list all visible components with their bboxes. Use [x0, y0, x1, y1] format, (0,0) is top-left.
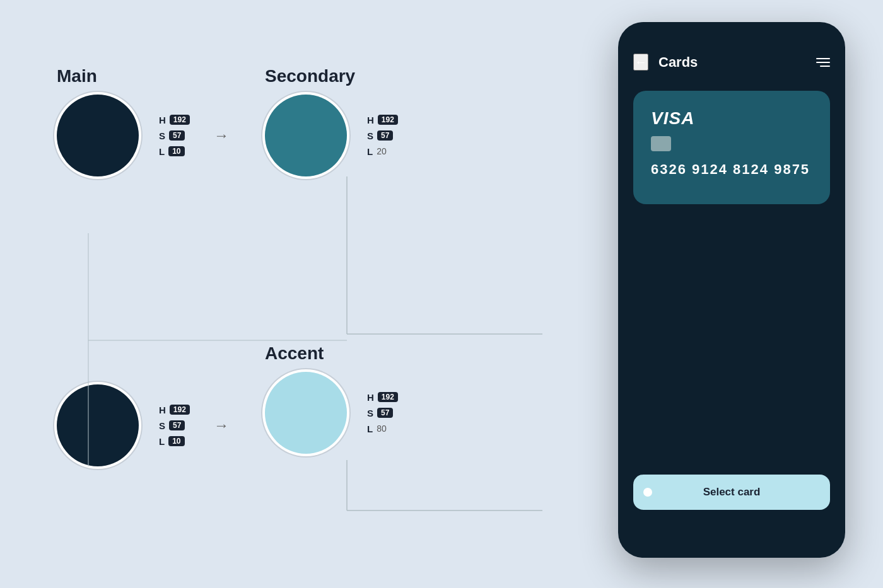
canvas: Main Secondary Accent H 192 S 57 L 10 [0, 0, 883, 588]
main-s-row: S 57 [159, 130, 190, 141]
phone-bottom [618, 520, 845, 558]
secondary-circle [265, 95, 347, 176]
main-circle [57, 95, 139, 176]
phone-content: VISA 6326 9124 8124 9875 Select card [618, 81, 845, 520]
secondary-s-label: S [367, 130, 373, 141]
phone-header: ← Cards [618, 22, 845, 81]
accent-source-l-label: L [159, 436, 165, 447]
accent-hsl-labels: H 192 S 57 L 80 [367, 392, 398, 434]
select-card-button[interactable]: Select card [633, 475, 830, 510]
accent-source-h-label: H [159, 405, 166, 415]
accent-source-s-badge: 57 [169, 420, 185, 430]
menu-line-3 [820, 66, 830, 67]
main-h-row: H 192 [159, 115, 190, 125]
main-l-row: L 10 [159, 146, 190, 157]
secondary-circle-wrap [265, 95, 347, 176]
select-card-label: Select card [703, 486, 761, 498]
main-h-badge: 192 [170, 115, 190, 125]
accent-source-h-badge: 192 [170, 405, 190, 415]
menu-line-2 [816, 62, 830, 63]
main-section: H 192 S 57 L 10 → [57, 95, 240, 176]
accent-l-row: L 80 [367, 424, 398, 434]
card-chip [651, 136, 671, 151]
accent-h-row: H 192 [367, 392, 398, 403]
accent-title: Accent [265, 343, 324, 364]
card-number: 6326 9124 8124 9875 [651, 161, 812, 178]
main-s-badge: 57 [169, 130, 185, 141]
card-brand: VISA [651, 108, 812, 129]
accent-source-l-badge: 10 [168, 436, 184, 446]
accent-source-h-row: H 192 [159, 405, 190, 415]
accent-source-l-row: L 10 [159, 436, 190, 447]
secondary-hsl-labels: H 192 S 57 L 20 [367, 115, 398, 157]
secondary-h-row: H 192 [367, 115, 398, 125]
accent-source-s-row: S 57 [159, 420, 190, 431]
main-h-label: H [159, 115, 166, 125]
secondary-s-row: S 57 [367, 130, 398, 141]
main-arrow: → [214, 127, 229, 144]
main-l-label: L [159, 146, 165, 157]
diagram: Main Secondary Accent H 192 S 57 L 10 [38, 32, 542, 548]
secondary-h-label: H [367, 115, 374, 125]
spacer [633, 217, 830, 462]
accent-source-s-label: S [159, 420, 165, 431]
secondary-s-badge: 57 [377, 130, 393, 141]
main-title: Main [57, 66, 97, 86]
button-dot [643, 488, 652, 497]
accent-section: H 192 S 57 L 80 [265, 372, 398, 454]
accent-circle-wrap [265, 372, 347, 454]
accent-s-badge: 57 [377, 408, 393, 418]
accent-source-circle [57, 384, 139, 466]
main-hsl-labels: H 192 S 57 L 10 [159, 115, 190, 157]
main-circle-wrap [57, 95, 139, 176]
accent-source-hsl-labels: H 192 S 57 L 10 [159, 405, 190, 447]
main-s-label: S [159, 130, 165, 141]
secondary-l-label: L [367, 146, 373, 157]
accent-source-arrow: → [214, 417, 229, 434]
accent-l-value: 80 [377, 424, 387, 434]
card-widget: VISA 6326 9124 8124 9875 [633, 91, 830, 204]
accent-h-label: H [367, 392, 374, 403]
accent-s-label: S [367, 408, 373, 418]
accent-circle [265, 372, 347, 454]
accent-source-circle-wrap [57, 384, 139, 466]
menu-line-1 [816, 58, 830, 59]
phone-title: Cards [658, 54, 698, 71]
secondary-l-value: 20 [377, 146, 387, 156]
secondary-title: Secondary [265, 66, 355, 86]
secondary-section: H 192 S 57 L 20 [265, 95, 398, 176]
accent-l-label: L [367, 424, 373, 434]
phone-mockup: ← Cards VISA 6326 9124 8124 9875 Select … [618, 22, 845, 558]
back-button[interactable]: ← [633, 54, 648, 71]
main-l-badge: 10 [168, 146, 184, 156]
menu-icon[interactable] [816, 58, 830, 67]
accent-source-section: H 192 S 57 L 10 → [57, 384, 240, 466]
accent-h-badge: 192 [378, 392, 398, 402]
accent-s-row: S 57 [367, 408, 398, 418]
secondary-l-row: L 20 [367, 146, 398, 157]
secondary-h-badge: 192 [378, 115, 398, 125]
